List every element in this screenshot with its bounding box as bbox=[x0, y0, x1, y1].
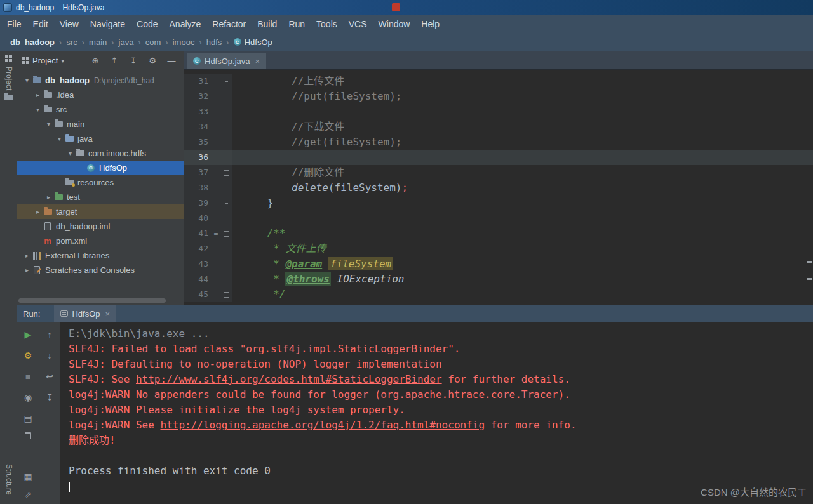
tree-item-hdfsop[interactable]: CHdfsOp bbox=[17, 161, 184, 175]
tab-hdfsop-java[interactable]: C HdfsOp.java × bbox=[187, 53, 266, 69]
fold-marker-icon[interactable] bbox=[224, 79, 229, 84]
console-link[interactable]: http://www.slf4j.org/codes.html#StaticLo… bbox=[136, 373, 442, 385]
wrench-icon[interactable]: ⚙ bbox=[21, 348, 35, 362]
project-stripe-label[interactable]: Project bbox=[4, 67, 13, 90]
tree-item-java[interactable]: ▾java bbox=[17, 131, 184, 146]
code-line-41[interactable]: 41≡ /** bbox=[184, 226, 813, 241]
crumb-current[interactable]: CHdfsOp bbox=[232, 37, 274, 47]
run-tab-hdfsop[interactable]: HdfsOp × bbox=[54, 305, 116, 322]
soft-wrap-icon[interactable]: ↩ bbox=[43, 369, 57, 383]
menu-navigate[interactable]: Navigate bbox=[84, 19, 131, 29]
code-line-45[interactable]: 45 */ bbox=[184, 287, 813, 302]
error-stripe-mark[interactable] bbox=[807, 278, 812, 280]
crumb-imooc[interactable]: imooc bbox=[171, 37, 196, 47]
code-line-40[interactable]: 40 bbox=[184, 211, 813, 226]
restore-layout-icon[interactable]: ▦ bbox=[21, 470, 35, 484]
tree-item-resources[interactable]: resources bbox=[17, 175, 184, 190]
chevron-right-icon[interactable]: ▸ bbox=[22, 267, 32, 274]
crumb-main[interactable]: main bbox=[88, 37, 108, 47]
menu-analyze[interactable]: Analyze bbox=[164, 19, 207, 29]
code-line-37[interactable]: 37 //删除文件 bbox=[184, 165, 813, 180]
up-stack-trace-icon[interactable]: ↑ bbox=[43, 328, 57, 342]
pin-icon[interactable]: ⇗ bbox=[21, 487, 35, 501]
horizontal-scrollbar[interactable] bbox=[18, 298, 166, 303]
scroll-to-end-icon[interactable]: ↧ bbox=[43, 390, 57, 404]
menu-refactor[interactable]: Refactor bbox=[206, 19, 252, 29]
crumb-db_hadoop[interactable]: db_hadoop bbox=[9, 37, 56, 47]
tree-item-main[interactable]: ▾main bbox=[17, 117, 184, 131]
code-line-31[interactable]: 31 //上传文件 bbox=[184, 74, 813, 89]
chevron-down-icon[interactable]: ▾ bbox=[44, 121, 53, 128]
chevron-right-icon[interactable]: ▸ bbox=[44, 194, 53, 201]
structure-stripe-label[interactable]: Structure bbox=[4, 464, 13, 495]
expand-all-icon[interactable]: ↥ bbox=[109, 56, 120, 65]
code-line-34[interactable]: 34 //下载文件 bbox=[184, 119, 813, 135]
print-icon[interactable]: ▤ bbox=[21, 411, 35, 425]
tree-item-pom-xml[interactable]: mpom.xml bbox=[17, 234, 184, 248]
code-line-42[interactable]: 42 * 文件上传 bbox=[184, 241, 813, 256]
code-editor[interactable]: 31 //上传文件32 //put(fileSystem);3334 //下载文… bbox=[184, 70, 813, 305]
menu-file[interactable]: File bbox=[1, 19, 27, 29]
close-icon[interactable]: × bbox=[105, 309, 111, 319]
crumb-java[interactable]: java bbox=[118, 37, 135, 47]
menu-run[interactable]: Run bbox=[283, 19, 311, 29]
menu-edit[interactable]: Edit bbox=[27, 19, 54, 29]
tree-item-target[interactable]: ▸target bbox=[17, 204, 184, 219]
code-line-39[interactable]: 39 } bbox=[184, 196, 813, 211]
settings-icon[interactable]: ⚙ bbox=[147, 56, 158, 65]
error-stripe-mark[interactable] bbox=[807, 261, 812, 263]
code-text bbox=[232, 211, 243, 226]
code-line-36[interactable]: 36 bbox=[184, 150, 813, 165]
code-line-32[interactable]: 32 //put(fileSystem); bbox=[184, 89, 813, 104]
code-line-44[interactable]: 44 * @throws IOException bbox=[184, 272, 813, 287]
tree-item-db-hadoop-iml[interactable]: db_hadoop.iml bbox=[17, 219, 184, 234]
project-stripe-button[interactable]: Project bbox=[0, 55, 17, 100]
code-line-38[interactable]: 38 delete(fileSystem); bbox=[184, 180, 813, 196]
menu-tools[interactable]: Tools bbox=[311, 19, 343, 29]
menu-view[interactable]: View bbox=[54, 19, 84, 29]
tree-item-src[interactable]: ▾src bbox=[17, 102, 184, 117]
down-stack-trace-icon[interactable]: ↓ bbox=[43, 348, 57, 362]
menu-code[interactable]: Code bbox=[131, 19, 163, 29]
console-link[interactable]: http://logging.apache.org/log4j/1.2/faq.… bbox=[161, 419, 485, 431]
chevron-down-icon[interactable]: ▾ bbox=[65, 150, 75, 157]
close-icon[interactable]: × bbox=[255, 56, 260, 66]
stop-icon[interactable]: ■ bbox=[21, 369, 35, 383]
code-line-35[interactable]: 35 //get(fileSystem); bbox=[184, 135, 813, 150]
collapse-all-icon[interactable]: ↧ bbox=[128, 56, 139, 65]
chevron-right-icon[interactable]: ▸ bbox=[22, 252, 32, 259]
fold-marker-icon[interactable] bbox=[224, 201, 229, 206]
crumb-hdfs[interactable]: hdfs bbox=[205, 37, 224, 47]
crumb-com[interactable]: com bbox=[144, 37, 163, 47]
chevron-down-icon[interactable]: ▾ bbox=[55, 135, 64, 142]
fold-marker-icon[interactable] bbox=[224, 292, 229, 298]
tree-item-test[interactable]: ▸test bbox=[17, 190, 184, 204]
structure-stripe-button[interactable]: Structure bbox=[0, 464, 17, 495]
chevron-right-icon[interactable]: ▸ bbox=[33, 208, 43, 215]
crumb-src[interactable]: src bbox=[65, 37, 78, 47]
project-view-dropdown[interactable]: Project ▾ bbox=[22, 56, 64, 65]
tree-item-db-hadoop[interactable]: ▾db_hadoopD:\project\db_had bbox=[17, 73, 184, 88]
rerun-icon[interactable]: ▶ bbox=[21, 328, 35, 342]
locate-icon[interactable]: ⊕ bbox=[90, 56, 101, 65]
hide-panel-icon[interactable]: — bbox=[166, 56, 177, 65]
menu-vcs[interactable]: VCS bbox=[343, 19, 373, 29]
fold-marker-icon[interactable] bbox=[224, 170, 229, 176]
chevron-right-icon[interactable]: ▸ bbox=[33, 91, 43, 98]
chevron-down-icon[interactable]: ▾ bbox=[22, 77, 32, 84]
tree-item-scratches-and-consoles[interactable]: ▸Scratches and Consoles bbox=[17, 263, 184, 277]
dump-threads-icon[interactable]: ◉ bbox=[21, 390, 35, 404]
console-output[interactable]: E:\jdk\bin\java.exe ...SLF4J: Failed to … bbox=[60, 322, 813, 504]
resources-icon bbox=[64, 178, 74, 188]
menu-build[interactable]: Build bbox=[252, 19, 283, 29]
fold-marker-icon[interactable] bbox=[224, 231, 229, 237]
menu-window[interactable]: Window bbox=[373, 19, 416, 29]
tree-item-external-libraries[interactable]: ▸External Libraries bbox=[17, 248, 184, 263]
chevron-down-icon[interactable]: ▾ bbox=[33, 106, 43, 113]
tree-item--idea[interactable]: ▸.idea bbox=[17, 88, 184, 102]
clear-all-icon[interactable] bbox=[25, 432, 31, 439]
menu-help[interactable]: Help bbox=[415, 19, 445, 29]
code-line-43[interactable]: 43 * @param fileSystem bbox=[184, 256, 813, 272]
tree-item-com-imooc-hdfs[interactable]: ▾com.imooc.hdfs bbox=[17, 146, 184, 161]
code-line-33[interactable]: 33 bbox=[184, 104, 813, 119]
